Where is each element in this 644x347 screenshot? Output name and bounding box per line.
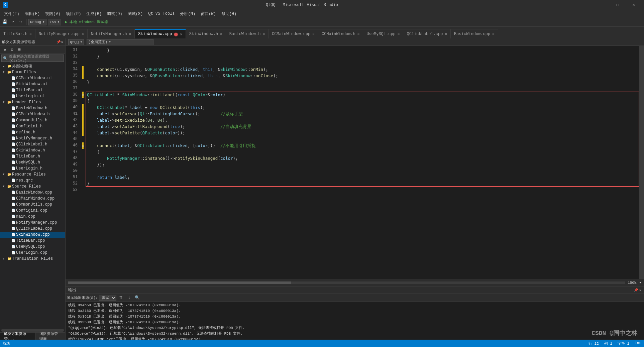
se-close[interactable]: ✕	[61, 40, 63, 44]
tree-item-main-cpp[interactable]: 📄 main.cpp	[0, 214, 65, 220]
tree-item-form-files[interactable]: ▼ 📂 Form Files	[0, 69, 65, 75]
dropdown-arrow[interactable]: ▾	[109, 40, 111, 44]
se-filter[interactable]: ⊞	[16, 46, 23, 53]
toolbar-undo[interactable]: ↩	[9, 19, 16, 25]
tab-close[interactable]: ✕	[357, 32, 360, 36]
menu-test[interactable]: 测试(S)	[125, 10, 146, 17]
code-editor[interactable]: } } connect(ui.sysmin, &QPushButton::cli…	[86, 46, 639, 279]
toolbar-save[interactable]: 💾	[1, 19, 8, 25]
tab-close[interactable]: ✕	[445, 32, 447, 36]
tab-close[interactable]: ✕	[312, 32, 315, 36]
tree-item-translation-files[interactable]: ▶ 📁 Translation Files	[0, 256, 65, 262]
tab-notifymanager-cpp[interactable]: NotifyManager.cpp ✕	[35, 29, 88, 38]
code-container[interactable]: 3132333435 3637383940 4142434445 4647484…	[66, 46, 644, 279]
expand-arrow[interactable]: ▶	[3, 65, 7, 68]
tree-item-qclicklabel-cpp[interactable]: 📄 QClickLabel.cpp	[0, 226, 65, 232]
tree-item-define-h[interactable]: 📄 define.h	[0, 129, 65, 135]
tree-item-commonutils-h[interactable]: 📄 CommonUtils.h	[0, 117, 65, 123]
tab-close[interactable]: ✕	[82, 32, 84, 36]
output-find[interactable]: 🔍	[134, 295, 140, 301]
tree-item-basicwindow-h[interactable]: 📄 BasicWindow.h	[0, 105, 65, 111]
tab-close[interactable]: ✕	[29, 32, 32, 36]
debug-mode-dropdown[interactable]: Debug ▾	[28, 19, 46, 25]
output-toggle-wrap[interactable]: ↕	[126, 295, 132, 301]
window-controls[interactable]: ─ □ ✕	[594, 0, 641, 10]
tab-close[interactable]: ✕	[180, 32, 182, 36]
tree-item-titlebar-ui[interactable]: 📄 TitleBar.ui	[0, 87, 65, 93]
tab-skinwindow-cpp[interactable]: SkinWindow.cpp ⬤ ✕	[135, 29, 186, 38]
horizontal-scrollbar[interactable]	[68, 281, 625, 284]
tree-item-skinwindow-h[interactable]: 📄 SkinWindow.h	[0, 147, 65, 153]
output-pin[interactable]: 📌	[634, 288, 638, 292]
tree-item-userlogin-h[interactable]: 📄 UserLogin.h	[0, 165, 65, 171]
tab-close[interactable]: ✕	[129, 32, 131, 36]
menu-qt[interactable]: Qt VS Tools	[145, 11, 177, 17]
menu-edit[interactable]: 编辑(E)	[22, 10, 43, 17]
platform-arrow[interactable]: ▾	[57, 20, 60, 24]
tab-basicwindow-h[interactable]: BasicWindow.h ✕	[226, 29, 269, 38]
tree-item-userlogin-cpp[interactable]: 📄 UserLogin.cpp	[0, 250, 65, 256]
output-clear[interactable]: 🗑	[118, 295, 124, 301]
tab-ccmainwindow-h[interactable]: CCMainWindow.h ✕	[318, 29, 363, 38]
tree-item-ccmainwindow-ui[interactable]: 📄 CCMainWindow.ui	[0, 75, 65, 81]
output-source-select[interactable]: 调试	[99, 295, 116, 301]
tab-basicwindow-cpp[interactable]: BasicWindow.cpp ✕	[451, 29, 498, 38]
restore-button[interactable]: □	[610, 0, 625, 10]
tree-item-notifymanager-h[interactable]: 📄 NotifyManager.h	[0, 135, 65, 141]
tab-close[interactable]: ✕	[492, 32, 495, 36]
tab-qclicklabel-cpp[interactable]: QClickLabel.cpp ✕	[403, 29, 451, 38]
run-button[interactable]: ▶ 本地 Windows 调试器	[63, 19, 111, 25]
expand-arrow[interactable]: ▼	[3, 173, 7, 176]
tree-item-ccmainwindow-cpp[interactable]: 📄 CCMainWindow.cpp	[0, 196, 65, 202]
tab-titlebar-h[interactable]: TitleBar.h ✕	[0, 29, 35, 38]
menu-file[interactable]: 文件(F)	[1, 10, 22, 17]
tab-close[interactable]: ✕	[220, 32, 222, 36]
output-content[interactable]: 线程 0x4b50 已退出, 返回值为 -1073741510 (0xc0000…	[66, 302, 644, 340]
expand-arrow[interactable]: ▼	[3, 101, 7, 104]
minimize-button[interactable]: ─	[594, 0, 609, 10]
scrollbar-thumb[interactable]	[68, 281, 291, 284]
project-dropdown[interactable]: QtQQ ▾	[68, 39, 84, 45]
output-close[interactable]: ✕	[639, 288, 641, 292]
tree-item-usemysql-cpp[interactable]: 📄 UseMySQL.cpp	[0, 244, 65, 250]
se-tab-team[interactable]: 团队资源管理器	[35, 333, 65, 340]
tree-item-res-qrc[interactable]: 📄 res.qrc	[0, 178, 65, 184]
tab-notifymanager-h[interactable]: NotifyManager.h ✕	[88, 29, 135, 38]
tree-item-titlebar-h[interactable]: 📄 TitleBar.h	[0, 153, 65, 159]
platform-dropdown[interactable]: x64 ▾	[48, 19, 61, 25]
vertical-scrollbar[interactable]	[639, 46, 644, 279]
tree-item-notifymanager-cpp[interactable]: 📄 NotifyManager.cpp	[0, 220, 65, 226]
tree-item-userlogin-ui[interactable]: 📄 UserLogin.ui	[0, 93, 65, 99]
tree-item-source-files[interactable]: ▼ 📂 Source Files	[0, 184, 65, 190]
menu-window[interactable]: 窗口(W)	[198, 10, 219, 17]
menu-project[interactable]: 项目(P)	[63, 10, 84, 17]
tree-item-skinwindow-cpp[interactable]: 📄 SkinWindow.cpp	[0, 232, 65, 238]
tree-item-usemysql-h[interactable]: 📄 UseMySQL.h	[0, 159, 65, 165]
close-button[interactable]: ✕	[626, 0, 641, 10]
se-refresh[interactable]: ↻	[1, 46, 8, 53]
se-tab-solution[interactable]: 解决方案资源管...	[0, 333, 35, 340]
menu-view[interactable]: 视图(V)	[42, 10, 63, 17]
tree-item-basicwindow-cpp[interactable]: 📄 BasicWindow.cpp	[0, 190, 65, 196]
gutter-collapse-46[interactable]: ⊟	[82, 142, 84, 149]
menu-analyze[interactable]: 分析(N)	[177, 10, 198, 17]
dropdown-arrow[interactable]: ▾	[80, 40, 82, 44]
tree-item-external-deps[interactable]: ▶ 📁 外部依赖项	[0, 63, 65, 69]
expand-arrow[interactable]: ▼	[3, 185, 7, 188]
se-settings[interactable]: ⚙	[9, 46, 15, 53]
se-pin[interactable]: 📌	[57, 40, 61, 44]
tree-item-configini-cpp[interactable]: 📄 Configini.cpp	[0, 208, 65, 214]
menu-build[interactable]: 生成(B)	[84, 10, 104, 17]
menu-debug[interactable]: 调试(D)	[104, 10, 125, 17]
expand-arrow[interactable]: ▶	[3, 257, 7, 261]
tab-skinwindow-h[interactable]: SkinWindow.h ✕	[186, 29, 226, 38]
tree-item-resource-files[interactable]: ▼ 📂 Resource Files	[0, 171, 65, 178]
gutter-collapse-38[interactable]: ⊟	[82, 92, 84, 98]
tab-ccmainwindow-cpp[interactable]: CCMainWindow.cpp ✕	[269, 29, 318, 38]
menu-help[interactable]: 帮助(H)	[219, 10, 239, 17]
tree-item-configini-h[interactable]: 📄 Configini.h	[0, 123, 65, 129]
expand-arrow[interactable]: ▼	[3, 71, 7, 74]
tab-close[interactable]: ✕	[398, 32, 400, 36]
toolbar-redo[interactable]: ↪	[17, 19, 24, 25]
scope-dropdown[interactable]: (全局范围) ▾	[87, 39, 153, 45]
